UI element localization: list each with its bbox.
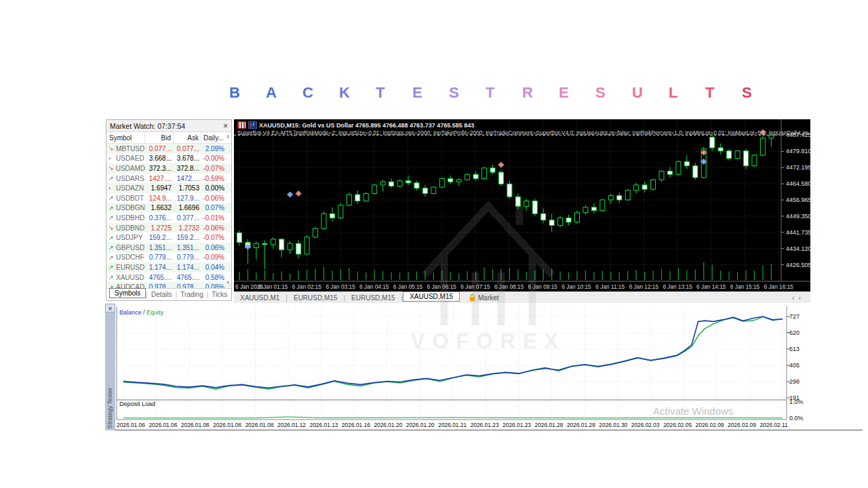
- ask-cell: 1472....: [174, 175, 201, 182]
- tester-date-label: 2026.01.30: [599, 422, 627, 428]
- svg-text:6 Jan 11:15: 6 Jan 11:15: [595, 283, 625, 290]
- tester-date-label: 2026.01.06: [181, 422, 210, 428]
- chart-tab-bar: XAUUSD,M1|EURUSD,M15|EURUSD,M15|XAUUSD,M…: [234, 291, 810, 303]
- table-row[interactable]: ↗USDBGN1.66321.66960.07%: [106, 203, 231, 214]
- tester-date-label: 2026.01.06: [117, 422, 145, 428]
- table-row[interactable]: ↗EURUSD1.174...1.174...0.04%: [106, 262, 231, 272]
- bid-cell: 3.668...: [145, 155, 174, 162]
- title-letter: T: [376, 84, 412, 102]
- trend-up-icon: ↗: [108, 175, 116, 182]
- daily-change-cell: -0.07%: [201, 165, 227, 172]
- svg-text:6 Jan 14:15: 6 Jan 14:15: [696, 283, 726, 290]
- symbol-cell: ↗EURUSD: [106, 264, 145, 271]
- trend-down-icon: ↘: [108, 145, 116, 152]
- title-letter: E: [559, 84, 595, 102]
- symbol-name: USDARS: [116, 175, 144, 182]
- tester-date-label: 2026.01.16: [342, 422, 370, 428]
- table-row[interactable]: ↗GBPUSD1.351...1.351...0.06%: [106, 243, 231, 253]
- table-row[interactable]: ↘MBTUSD0.077...0.077...2.09%: [106, 144, 231, 154]
- chart-tab-eurusd-m15[interactable]: EURUSD,M15: [288, 294, 343, 302]
- table-row[interactable]: ↗USDCHF0.779...0.779...-0.09%: [106, 253, 231, 263]
- svg-text:4479.810: 4479.810: [786, 148, 810, 155]
- market-watch-header: Symbol Bid Ask Daily...: [106, 132, 231, 144]
- symbol-cell: ↗USDARS: [106, 175, 145, 182]
- title-letter: S: [449, 84, 486, 102]
- tester-date-label: 2026.01.20: [406, 422, 435, 428]
- symbol-name: MBTUSD: [116, 145, 144, 152]
- tab-details[interactable]: Details: [148, 291, 176, 298]
- symbol-name: USDBGN: [116, 204, 145, 211]
- tester-date-label: 2026.02.03: [631, 422, 660, 428]
- tester-date-label: 2026.01.08: [245, 422, 274, 428]
- svg-text:4434.120: 4434.120: [786, 245, 810, 252]
- ask-cell: 1.7053: [174, 184, 201, 192]
- scroll-up-icon[interactable]: ∧: [226, 134, 230, 140]
- bid-cell: 159.2...: [145, 234, 174, 241]
- backtest-results-page: BACKTESTRESULTS Market Watch: 07:37:54 ×…: [0, 0, 868, 488]
- market-watch-tabbar: Symbols|Details|Trading|Ticks: [106, 288, 231, 300]
- chart-tab-xauusd-m1[interactable]: XAUUSD,M1: [234, 294, 285, 302]
- table-row[interactable]: ↘USDAMD372.3...372.8...-0.07%: [106, 163, 231, 174]
- market-tab-label: Market: [478, 294, 499, 302]
- daily-change-cell: 0.00%: [201, 184, 227, 192]
- close-icon[interactable]: ×: [223, 121, 228, 131]
- trend-up-icon: ↗: [108, 195, 116, 201]
- tester-date-label: 2026.01.06: [149, 422, 177, 428]
- symbol-name: USDAMD: [116, 165, 145, 172]
- table-row[interactable]: ↗USDARS1427....1472....-0.59%: [106, 174, 231, 184]
- tester-legend: Balance / Equity: [119, 309, 163, 316]
- svg-text:4449.350: 4449.350: [786, 213, 810, 220]
- daily-change-cell: 0.07%: [201, 204, 227, 211]
- title-letter: T: [486, 84, 522, 102]
- title-letter: L: [669, 84, 705, 102]
- table-row[interactable]: ↗USDBHD0.376...0.377...-0.01%: [106, 213, 231, 223]
- column-ask[interactable]: Ask: [174, 132, 201, 143]
- table-row[interactable]: ↘USDBND1.27251.2732-0.06%: [106, 223, 231, 233]
- daily-change-cell: -0.06%: [201, 195, 227, 202]
- close-icon[interactable]: ×: [105, 304, 115, 312]
- table-row[interactable]: •USDAED3.668...3.678...-0.00%: [106, 154, 231, 164]
- symbol-cell: •USDAZN: [106, 184, 145, 192]
- candlestick-chart[interactable]: 4487.4254479.8104472.1954464.5804456.965…: [234, 119, 810, 291]
- title-letter: R: [522, 84, 559, 102]
- trend-up-icon: ↗: [108, 235, 116, 241]
- tester-date-label: 2026.01.28: [534, 422, 563, 428]
- table-row[interactable]: ↗XAUUSD4765....4765....0.58%: [106, 272, 231, 283]
- ask-cell: 1.2732: [174, 224, 201, 232]
- chart-window: 4487.4254479.8104472.1954464.5804456.965…: [234, 119, 810, 291]
- column-bid[interactable]: Bid: [145, 132, 174, 143]
- symbol-name: USDAED: [116, 155, 144, 162]
- tab-scroll-arrows[interactable]: ‹›: [792, 293, 805, 302]
- tab-ticks[interactable]: Ticks: [208, 291, 231, 298]
- tester-ytick: 620: [789, 329, 800, 336]
- trend-down-icon: ↘: [108, 165, 116, 171]
- svg-text:6 Jan 12:15: 6 Jan 12:15: [629, 283, 659, 290]
- tester-date-label: 2026.02.05: [663, 422, 692, 428]
- chart-tab-xauusd-m15[interactable]: XAUUSD,M15: [403, 291, 460, 302]
- tab-trading[interactable]: Trading: [177, 291, 207, 298]
- symbol-cell: ↗USDJPY: [106, 234, 145, 241]
- balance-equity-chart[interactable]: [115, 304, 793, 422]
- svg-text:6 Jan 08:15: 6 Jan 08:15: [494, 283, 524, 290]
- bid-cell: 4765....: [145, 274, 174, 281]
- scroll-down-icon[interactable]: ∨: [226, 279, 230, 285]
- svg-text:4441.735: 4441.735: [786, 229, 810, 236]
- svg-text:4426.505: 4426.505: [786, 262, 810, 268]
- table-row[interactable]: ↗USDJPY159.2...159.2...-0.07%: [106, 232, 231, 243]
- symbol-cell: ↘MBTUSD: [106, 145, 145, 152]
- title-letter: A: [266, 84, 302, 102]
- table-row[interactable]: •USDAZN1.69471.70530.00%: [106, 183, 231, 193]
- daily-change-cell: -0.07%: [201, 234, 227, 241]
- trend-up-icon: ↗: [108, 244, 116, 251]
- market-tab[interactable]: Market: [469, 294, 499, 302]
- symbol-cell: ↘USDBND: [106, 224, 145, 232]
- column-symbol[interactable]: Symbol: [106, 132, 145, 143]
- trend-up-icon: ↗: [108, 254, 116, 261]
- bid-cell: 124.9...: [145, 195, 174, 202]
- table-row[interactable]: ↗USDBDT124.9...127.9...-0.06%: [106, 193, 231, 203]
- daily-change-cell: 0.58%: [201, 274, 227, 281]
- tab-symbols[interactable]: Symbols: [109, 288, 146, 298]
- column-daily[interactable]: Daily...: [201, 132, 223, 143]
- chart-tab-eurusd-m15[interactable]: EURUSD,M15: [345, 294, 401, 302]
- svg-text:6 Jan 01:15: 6 Jan 01:15: [258, 283, 288, 290]
